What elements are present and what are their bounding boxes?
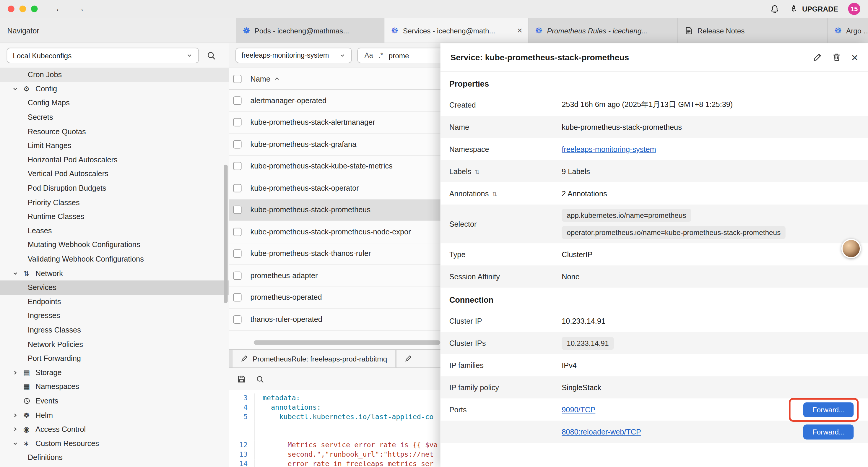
close-window-button[interactable] xyxy=(8,6,14,12)
sidebar-item-access-control[interactable]: ◉Access Control xyxy=(0,422,229,436)
sidebar-item-horizontal-pod-autoscalers[interactable]: Horizontal Pod Autoscalers xyxy=(0,153,229,167)
sidebar-item-label: Ingresses xyxy=(28,312,60,320)
minimize-window-button[interactable] xyxy=(20,6,26,12)
sidebar-item-vertical-pod-autoscalers[interactable]: Vertical Pod Autoscalers xyxy=(0,167,229,181)
field-value: SingleStack xyxy=(562,383,601,391)
sidebar-item-storage[interactable]: ▤Storage xyxy=(0,366,229,380)
tab-pods-icecheng-mathmas[interactable]: ☸Pods - icecheng@mathmas... xyxy=(236,18,385,43)
chevron-down-icon[interactable] xyxy=(12,86,23,92)
sidebar-item-events[interactable]: Events xyxy=(0,394,229,408)
sidebar-item-config-maps[interactable]: Config Maps xyxy=(0,96,229,110)
sidebar-item-endpoints[interactable]: Endpoints xyxy=(0,295,229,309)
chevron-down-icon[interactable] xyxy=(12,270,23,276)
avatar[interactable] xyxy=(841,239,861,258)
sidebar-search-icon[interactable] xyxy=(207,51,216,60)
sidebar-item-cron-jobs[interactable]: Cron Jobs xyxy=(0,68,229,82)
forward-button[interactable]: Forward... xyxy=(804,402,854,417)
line-number: 13 xyxy=(229,450,255,460)
sidebar-item-namespaces[interactable]: ▦Namespaces xyxy=(0,380,229,394)
zoom-window-button[interactable] xyxy=(31,6,38,12)
port-link[interactable]: 8080:reloader-web/TCP xyxy=(562,428,641,436)
sort-toggle-icon[interactable]: ⇅ xyxy=(492,191,497,198)
chevron-down-icon[interactable] xyxy=(12,440,23,447)
row-checkbox[interactable] xyxy=(233,228,241,236)
sidebar-item-network-policies[interactable]: Network Policies xyxy=(0,337,229,351)
forward-button[interactable]: Forward... xyxy=(804,424,854,439)
chevron-right-icon[interactable] xyxy=(12,370,23,376)
row-checkbox[interactable] xyxy=(233,96,241,105)
detail-section-properties: PropertiesCreated253d 16h 6m ago (2025年1… xyxy=(440,79,868,288)
close-tab-icon[interactable]: × xyxy=(517,26,523,35)
sidebar-item-label: Helm xyxy=(35,411,53,419)
name-column-header[interactable]: Name xyxy=(251,75,280,83)
upgrade-button[interactable]: UPGRADE xyxy=(789,4,838,13)
field-label: Type xyxy=(440,250,562,259)
namespace-link[interactable]: freeleaps-monitoring-system xyxy=(562,145,656,153)
tab-argo-s[interactable]: ☸Argo S... xyxy=(828,18,868,43)
detail-row-type: TypeClusterIP xyxy=(440,243,868,265)
match-case-toggle[interactable]: Aa xyxy=(365,52,373,59)
back-button[interactable]: ← xyxy=(55,4,64,14)
line-number: 3 xyxy=(229,393,255,403)
sidebar-item-limit-ranges[interactable]: Limit Ranges xyxy=(0,139,229,153)
line-number: 14 xyxy=(229,459,255,467)
regex-toggle[interactable]: .* xyxy=(378,52,383,59)
sidebar-item-label: Port Forwarding xyxy=(28,354,81,362)
editor-tab-next[interactable] xyxy=(397,350,446,368)
notifications-bell-icon[interactable] xyxy=(770,4,779,13)
sidebar-item-custom-resources[interactable]: ∗Custom Resources xyxy=(0,436,229,450)
chevron-down-icon xyxy=(186,52,193,59)
chevron-right-icon[interactable] xyxy=(12,412,23,418)
sidebar-item-secrets[interactable]: Secrets xyxy=(0,110,229,124)
row-checkbox[interactable] xyxy=(233,293,241,301)
sidebar-item-validating-webhook-configurations[interactable]: Validating Webhook Configurations xyxy=(0,252,229,266)
select-all-checkbox[interactable] xyxy=(233,75,241,83)
namespace-filter[interactable]: freeleaps-monitoring-system xyxy=(236,48,352,63)
delete-icon[interactable] xyxy=(832,52,841,62)
table-horizontal-scrollbar[interactable] xyxy=(254,340,440,346)
tab-bar: Navigator ☸Pods - icecheng@mathmas...☸Se… xyxy=(0,18,868,43)
tab-prometheus-rules-icecheng[interactable]: ☸Prometheus Rules - icecheng... xyxy=(529,18,678,43)
sidebar-item-pod-disruption-budgets[interactable]: Pod Disruption Budgets xyxy=(0,181,229,195)
field-label: Namespace xyxy=(440,145,562,153)
sidebar-item-definitions[interactable]: Definitions xyxy=(0,450,229,465)
row-checkbox[interactable] xyxy=(233,271,241,280)
editor-tab-prometheusrule[interactable]: PrometheusRule: freeleaps-prod-rabbitmq xyxy=(233,350,396,368)
kubeconfig-selector[interactable]: Local Kubeconfigs xyxy=(7,48,199,63)
line-number xyxy=(229,422,255,431)
pencil-icon xyxy=(404,355,412,362)
sidebar-item-helm[interactable]: ☸Helm xyxy=(0,408,229,422)
sidebar-item-label: Events xyxy=(35,397,58,405)
sidebar-item-priority-classes[interactable]: Priority Classes xyxy=(0,195,229,209)
sidebar-item-services[interactable]: Services xyxy=(0,281,229,295)
sidebar-scrollbar[interactable] xyxy=(224,165,228,303)
notification-count-badge[interactable]: 15 xyxy=(848,3,860,15)
row-checkbox[interactable] xyxy=(233,118,241,126)
row-checkbox[interactable] xyxy=(233,250,241,258)
sidebar-item-config[interactable]: ⚙Config xyxy=(0,82,229,96)
sidebar-item-network[interactable]: ⇅Network xyxy=(0,266,229,281)
row-checkbox[interactable] xyxy=(233,162,241,170)
chevron-right-icon[interactable] xyxy=(12,426,23,432)
forward-button[interactable]: → xyxy=(76,4,85,14)
row-checkbox[interactable] xyxy=(233,140,241,148)
sidebar-item-port-forwarding[interactable]: Port Forwarding xyxy=(0,351,229,366)
save-icon[interactable] xyxy=(237,375,246,384)
sidebar-item-resource-quotas[interactable]: Resource Quotas xyxy=(0,124,229,139)
sidebar-item-ingress-classes[interactable]: Ingress Classes xyxy=(0,323,229,337)
row-checkbox[interactable] xyxy=(233,184,241,192)
config-icon: ⚙ xyxy=(23,85,35,93)
sidebar-item-mutating-webhook-configurations[interactable]: Mutating Webhook Configurations xyxy=(0,238,229,252)
sort-toggle-icon[interactable]: ⇅ xyxy=(474,168,479,175)
edit-icon[interactable] xyxy=(812,52,822,62)
row-checkbox[interactable] xyxy=(233,315,241,323)
tab-release-notes[interactable]: Release Notes xyxy=(678,18,828,43)
editor-search-icon[interactable] xyxy=(256,375,264,383)
close-icon[interactable]: × xyxy=(851,51,858,63)
sidebar-item-leases[interactable]: Leases xyxy=(0,224,229,238)
sidebar-item-ingresses[interactable]: Ingresses xyxy=(0,309,229,323)
sidebar-item-runtime-classes[interactable]: Runtime Classes xyxy=(0,209,229,224)
row-checkbox[interactable] xyxy=(233,206,241,214)
port-link[interactable]: 9090/TCP xyxy=(562,406,595,414)
tab-services-icecheng-math[interactable]: ☸Services - icecheng@math...× xyxy=(384,18,529,43)
